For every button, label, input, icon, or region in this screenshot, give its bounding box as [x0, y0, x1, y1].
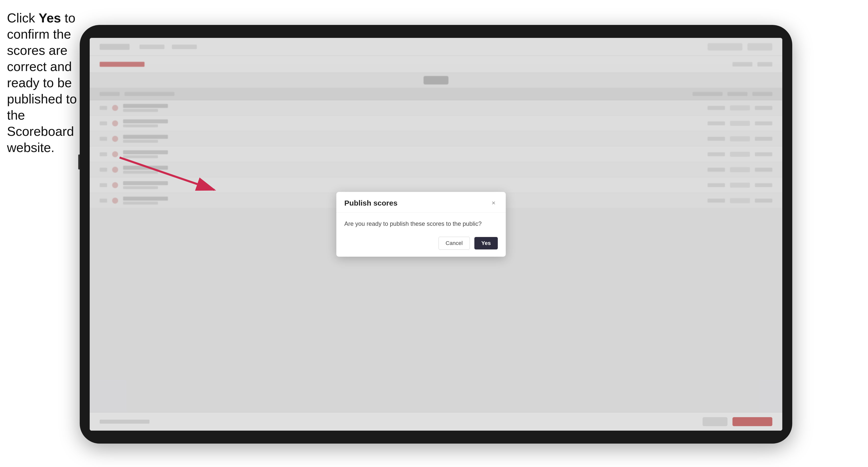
modal-header: Publish scores ×	[336, 192, 506, 213]
tablet-side-button	[78, 155, 80, 169]
instruction-post: to confirm the scores are correct and re…	[7, 11, 77, 155]
instruction-bold: Yes	[39, 11, 61, 25]
modal-overlay: Publish scores × Are you ready to publis…	[90, 38, 782, 431]
modal-title: Publish scores	[344, 199, 397, 207]
instruction-pre: Click	[7, 11, 39, 25]
modal-message: Are you ready to publish these scores to…	[344, 220, 498, 228]
tablet-frame: Publish scores × Are you ready to publis…	[80, 25, 792, 443]
cancel-button[interactable]: Cancel	[438, 237, 470, 250]
modal-body: Are you ready to publish these scores to…	[336, 213, 506, 233]
tablet-screen: Publish scores × Are you ready to publis…	[90, 38, 782, 431]
modal-footer: Cancel Yes	[336, 233, 506, 257]
yes-button[interactable]: Yes	[474, 237, 498, 249]
instruction-text: Click Yes to confirm the scores are corr…	[7, 10, 79, 156]
modal-dialog: Publish scores × Are you ready to publis…	[336, 192, 506, 257]
modal-close-button[interactable]: ×	[489, 199, 498, 207]
